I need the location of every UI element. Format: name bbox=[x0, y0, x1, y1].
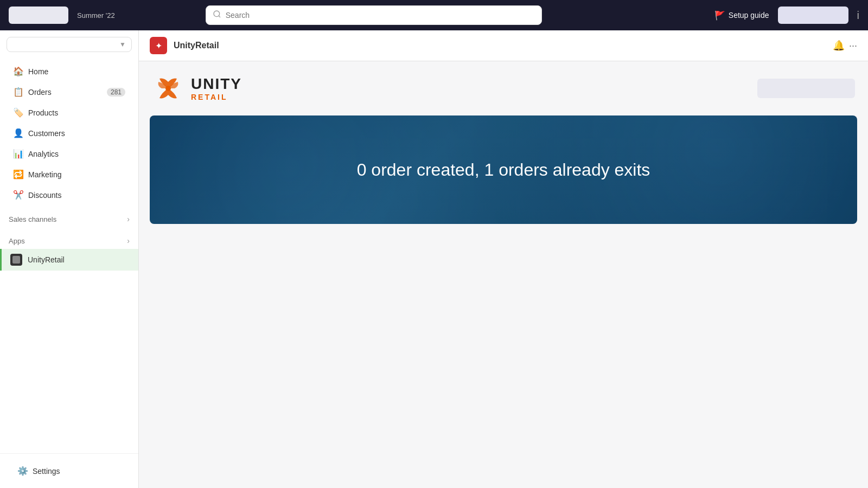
search-icon bbox=[213, 10, 221, 21]
sidebar-item-home-label: Home bbox=[28, 67, 125, 76]
topbar-store-label: Summer '22 bbox=[77, 11, 115, 20]
banner: 0 order created, 1 orders already exits bbox=[150, 115, 857, 224]
app-icon-box bbox=[10, 254, 22, 266]
sidebar-bottom: ⚙️ Settings bbox=[0, 453, 138, 488]
sidebar-item-unityretail[interactable]: UnityRetail bbox=[0, 249, 138, 271]
sidebar-item-marketing-label: Marketing bbox=[28, 170, 125, 179]
topbar-user-button[interactable] bbox=[778, 7, 848, 24]
unity-cta-button[interactable] bbox=[757, 79, 855, 98]
sidebar-item-analytics[interactable]: 📊 Analytics bbox=[4, 144, 134, 164]
topbar-right: 🚩 Setup guide i bbox=[714, 7, 859, 24]
unity-logo-sub: RETAIL bbox=[191, 93, 242, 101]
more-options-icon[interactable]: ··· bbox=[849, 40, 857, 52]
app-header-icon-symbol: ✦ bbox=[155, 41, 162, 51]
app-header-actions: 🔔 ··· bbox=[833, 40, 857, 52]
apps-section[interactable]: Apps › bbox=[0, 231, 138, 248]
layout: ▼ 🏠 Home 📋 Orders 281 🏷️ Products 👤 Cust… bbox=[0, 30, 868, 488]
discounts-icon: ✂️ bbox=[13, 190, 23, 200]
sidebar-item-customers[interactable]: 👤 Customers bbox=[4, 123, 134, 143]
topbar-search-container bbox=[206, 5, 542, 25]
home-icon: 🏠 bbox=[13, 66, 23, 76]
sales-channels-label: Sales channels bbox=[9, 215, 56, 223]
unity-logo-text: UNITY RETAIL bbox=[191, 75, 242, 101]
svg-point-0 bbox=[214, 11, 220, 17]
topbar-logo bbox=[9, 7, 68, 24]
store-selector[interactable]: ▼ bbox=[7, 37, 132, 52]
app-body: UNITY RETAIL 0 order created, 1 orders a… bbox=[139, 61, 868, 235]
svg-line-1 bbox=[219, 16, 220, 17]
app-header-icon: ✦ bbox=[150, 37, 167, 54]
unity-logo-area: UNITY RETAIL bbox=[150, 72, 857, 105]
setup-guide-label: Setup guide bbox=[729, 11, 769, 20]
orders-icon: 📋 bbox=[13, 87, 23, 97]
topbar: Summer '22 🚩 Setup guide i bbox=[0, 0, 868, 30]
sidebar-item-settings[interactable]: ⚙️ Settings bbox=[9, 461, 130, 481]
products-icon: 🏷️ bbox=[13, 107, 23, 118]
bell-icon[interactable]: 🔔 bbox=[833, 40, 845, 52]
sidebar-item-discounts[interactable]: ✂️ Discounts bbox=[4, 185, 134, 205]
sidebar-item-products-label: Products bbox=[28, 108, 125, 117]
banner-text: 0 order created, 1 orders already exits bbox=[357, 160, 650, 180]
app-header-title: UnityRetail bbox=[174, 41, 826, 50]
topbar-info-icon[interactable]: i bbox=[857, 9, 859, 22]
sidebar-item-products[interactable]: 🏷️ Products bbox=[4, 102, 134, 123]
flag-icon: 🚩 bbox=[714, 10, 725, 21]
sidebar-item-customers-label: Customers bbox=[28, 129, 125, 138]
settings-icon: ⚙️ bbox=[17, 466, 27, 476]
apps-label: Apps bbox=[9, 237, 25, 245]
analytics-icon: 📊 bbox=[13, 149, 23, 159]
sidebar-item-marketing[interactable]: 🔁 Marketing bbox=[4, 164, 134, 184]
sidebar-item-unityretail-label: UnityRetail bbox=[28, 255, 65, 264]
svg-point-2 bbox=[165, 86, 171, 91]
customers-icon: 👤 bbox=[13, 128, 23, 138]
sidebar-item-settings-label: Settings bbox=[33, 467, 121, 476]
sales-channels-arrow-icon: › bbox=[127, 215, 130, 223]
sidebar-item-orders-label: Orders bbox=[28, 88, 101, 97]
orders-badge: 281 bbox=[107, 88, 125, 97]
marketing-icon: 🔁 bbox=[13, 169, 23, 179]
unity-logo: UNITY RETAIL bbox=[152, 72, 242, 105]
sidebar-nav: 🏠 Home 📋 Orders 281 🏷️ Products 👤 Custom… bbox=[0, 59, 138, 453]
sidebar-item-discounts-label: Discounts bbox=[28, 191, 125, 200]
app-page-header: ✦ UnityRetail 🔔 ··· bbox=[139, 30, 868, 61]
sidebar-item-home[interactable]: 🏠 Home bbox=[4, 61, 134, 81]
sales-channels-section[interactable]: Sales channels › bbox=[0, 209, 138, 227]
unity-logo-icon bbox=[152, 72, 184, 105]
search-input[interactable] bbox=[226, 11, 535, 20]
sidebar-item-analytics-label: Analytics bbox=[28, 150, 125, 158]
sidebar-item-orders[interactable]: 📋 Orders 281 bbox=[4, 82, 134, 102]
sidebar: ▼ 🏠 Home 📋 Orders 281 🏷️ Products 👤 Cust… bbox=[0, 30, 139, 488]
chevron-down-icon: ▼ bbox=[119, 41, 126, 48]
setup-guide-button[interactable]: 🚩 Setup guide bbox=[714, 10, 769, 21]
apps-arrow-icon: › bbox=[127, 236, 130, 245]
app-icon-inner bbox=[12, 256, 20, 264]
main-content: ✦ UnityRetail 🔔 ··· bbox=[139, 30, 868, 488]
unity-logo-name: UNITY bbox=[191, 75, 242, 93]
